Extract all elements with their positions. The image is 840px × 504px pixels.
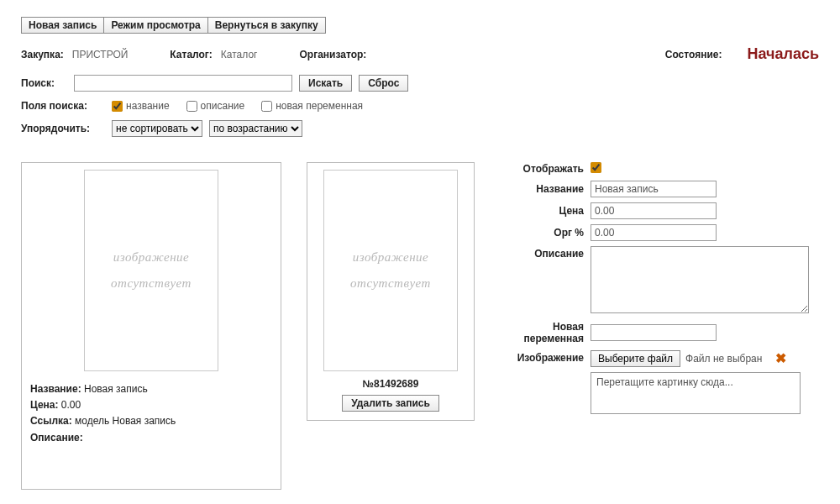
field-newvar-checkbox[interactable]	[261, 101, 272, 112]
field-name-checkbox-wrap[interactable]: название	[112, 100, 170, 112]
field-newvar-checkbox-wrap[interactable]: новая переменная	[261, 100, 363, 112]
organizer-label: Организатор:	[299, 49, 366, 60]
delete-record-button[interactable]: Удалить запись	[342, 395, 439, 412]
purchase-value: ПРИСТРОЙ	[72, 49, 129, 60]
reset-button[interactable]: Сброс	[359, 75, 408, 92]
top-toolbar: Новая записьРежим просмотраВернуться в з…	[21, 17, 819, 34]
remove-image-icon[interactable]: ✖	[775, 350, 786, 366]
search-fields-row: Поля поиска: название описание новая пер…	[21, 100, 819, 112]
choose-file-button[interactable]: Выберите файл	[591, 350, 680, 367]
field-desc-text: описание	[201, 100, 245, 112]
catalog-value: Каталог	[221, 49, 258, 60]
image-placeholder-2: изображение отсутствует	[323, 170, 458, 371]
ph2-line2: отсутствует	[350, 276, 431, 291]
record-number: №81492689	[316, 378, 465, 390]
field-name-checkbox[interactable]	[112, 101, 123, 112]
edit-form: Отображать Название Цена Орг % Описание …	[500, 162, 819, 414]
meta-link-value: модель Новая запись	[75, 415, 176, 427]
form-name-label: Название	[500, 183, 584, 195]
main-content: изображение отсутствует Название: Новая …	[21, 162, 819, 490]
sort-primary-select[interactable]: не сортировать	[112, 120, 202, 137]
form-desc-label: Описание	[500, 246, 584, 260]
status-label: Состояние:	[665, 49, 722, 60]
form-name-input[interactable]	[591, 181, 717, 197]
meta-price-value: 0.00	[61, 399, 81, 411]
ph-line2: отсутствует	[111, 276, 192, 291]
show-checkbox[interactable]	[591, 162, 601, 173]
field-desc-checkbox-wrap[interactable]: описание	[186, 100, 245, 112]
form-newvar-input[interactable]	[591, 324, 717, 341]
form-desc-textarea[interactable]	[591, 246, 809, 313]
meta-name-value: Новая запись	[84, 383, 148, 395]
form-org-input[interactable]	[591, 224, 717, 241]
form-price-label: Цена	[500, 205, 584, 217]
form-price-input[interactable]	[591, 202, 717, 219]
purchase-label: Закупка:	[21, 49, 64, 60]
view-mode-button[interactable]: Режим просмотра	[103, 17, 207, 34]
status-value: Началась	[747, 45, 819, 63]
fields-label: Поля поиска:	[21, 100, 105, 112]
search-input[interactable]	[74, 75, 292, 92]
show-label: Отображать	[500, 163, 584, 175]
image-placeholder: изображение отсутствует	[84, 170, 218, 371]
field-desc-checkbox[interactable]	[186, 101, 197, 112]
record-card-current: изображение отсутствует Название: Новая …	[21, 162, 281, 490]
search-label: Поиск:	[21, 77, 67, 89]
sort-secondary-select[interactable]: по возрастанию	[209, 120, 302, 137]
new-record-button[interactable]: Новая запись	[21, 17, 104, 34]
form-newvar-label: Новая переменная	[500, 321, 584, 345]
ph-line1: изображение	[113, 250, 190, 265]
file-status-text: Файл не выбран	[685, 353, 762, 365]
search-row: Поиск: Искать Сброс	[21, 75, 819, 92]
form-image-label: Изображение	[500, 350, 584, 364]
image-dropzone[interactable]: Перетащите картинку сюда...	[591, 372, 801, 414]
meta-price-label: Цена:	[30, 399, 59, 411]
info-bar: Закупка: ПРИСТРОЙ Каталог: Каталог Орган…	[21, 45, 819, 63]
catalog-label: Каталог:	[170, 49, 212, 60]
meta-name-label: Название:	[30, 383, 81, 395]
form-org-label: Орг %	[500, 227, 584, 239]
back-to-purchase-button[interactable]: Вернуться в закупку	[207, 17, 326, 34]
sort-label: Упорядочить:	[21, 123, 105, 134]
meta-link-label: Ссылка:	[30, 415, 72, 427]
search-button[interactable]: Искать	[299, 75, 352, 92]
ph2-line1: изображение	[353, 250, 429, 265]
meta-desc-label: Описание:	[30, 432, 83, 444]
field-newvar-text: новая переменная	[276, 100, 363, 112]
field-name-text: название	[126, 100, 170, 112]
sort-row: Упорядочить: не сортировать по возрастан…	[21, 120, 819, 137]
record-meta: Название: Новая запись Цена: 0.00 Ссылка…	[30, 381, 272, 446]
record-card-delete: изображение отсутствует №81492689 Удалит…	[307, 162, 475, 421]
